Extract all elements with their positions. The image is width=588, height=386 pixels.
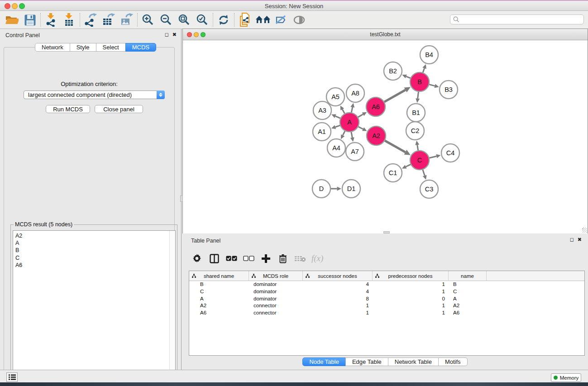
tab-select[interactable]: Select: [96, 43, 126, 52]
graph-node-A1[interactable]: A1: [313, 123, 331, 141]
tab-mcds[interactable]: MCDS: [125, 43, 156, 52]
show-details-button[interactable]: [290, 12, 308, 28]
graph-edge-A-A8[interactable]: [351, 107, 352, 113]
column-header-shared-name[interactable]: shared name: [189, 271, 249, 281]
graph-edge-B-B3[interactable]: [429, 85, 435, 86]
graph-node-A6[interactable]: A6: [366, 97, 385, 116]
graph-node-B[interactable]: B: [410, 72, 429, 91]
mcds-result-item[interactable]: A: [13, 239, 169, 247]
delete-table-button[interactable]: [294, 252, 306, 265]
graph-edge-A-A7[interactable]: [351, 132, 352, 138]
ndex-open-button[interactable]: [254, 12, 272, 28]
graph-node-A8[interactable]: A8: [346, 84, 364, 102]
graph-edge-B-B2[interactable]: [406, 76, 410, 78]
zoom-in-button[interactable]: [139, 12, 157, 28]
graph-node-B1[interactable]: B1: [407, 104, 425, 122]
export-table-button[interactable]: [100, 12, 118, 28]
table-settings-button[interactable]: [191, 252, 203, 265]
graph-edge-A-A2[interactable]: [359, 127, 363, 129]
add-row-button[interactable]: [260, 252, 272, 265]
column-header-predecessor-nodes[interactable]: predecessor nodes: [373, 271, 449, 281]
table-row[interactable]: Cdominator41C: [189, 288, 584, 295]
tab-motifs[interactable]: Motifs: [438, 357, 468, 366]
graph-node-D[interactable]: D: [312, 180, 330, 198]
hide-labels-button[interactable]: [272, 12, 290, 28]
mcds-result-item[interactable]: A2: [13, 232, 169, 239]
table-row[interactable]: Bdominator41B: [189, 281, 584, 288]
show-column-button[interactable]: [208, 252, 220, 265]
graph-node-B4[interactable]: B4: [420, 46, 438, 64]
close-panel-icon[interactable]: ✖: [578, 237, 582, 243]
graph-edge-A2-C[interactable]: [385, 141, 405, 152]
graph-edge-C-C3[interactable]: [423, 170, 425, 176]
graph-node-B2[interactable]: B2: [384, 62, 402, 80]
result-scrollbar[interactable]: [169, 231, 175, 376]
tab-network-table[interactable]: Network Table: [388, 357, 439, 366]
open-session-button[interactable]: [3, 12, 21, 28]
import-table-button[interactable]: [60, 12, 78, 28]
select-all-button[interactable]: [225, 252, 237, 265]
task-history-button[interactable]: [6, 372, 18, 382]
mcds-result-item[interactable]: C: [13, 254, 169, 262]
table-row[interactable]: A6connector11A6: [189, 310, 584, 317]
graph-node-A4[interactable]: A4: [327, 139, 345, 157]
run-mcds-button[interactable]: Run MCDS: [46, 105, 90, 113]
graph-edge-C-C4[interactable]: [429, 156, 436, 158]
network-graph[interactable]: AA1A2A3A4A5A6A7A8BB1B2B3B4CC1C2C3C4DD1: [183, 40, 588, 234]
splitter-grip[interactable]: [383, 231, 390, 234]
graph-node-C2[interactable]: C2: [406, 122, 424, 140]
import-network-button[interactable]: [42, 12, 60, 28]
delete-row-button[interactable]: [277, 252, 289, 265]
close-panel-button[interactable]: Close panel: [95, 105, 143, 113]
graph-node-A7[interactable]: A7: [346, 143, 364, 161]
table-row[interactable]: Adominator80A: [189, 295, 584, 303]
graph-edge-A-A4[interactable]: [343, 131, 345, 135]
graph-node-D1[interactable]: D1: [342, 180, 360, 198]
mcds-result-item[interactable]: B: [13, 247, 169, 254]
tab-style[interactable]: Style: [70, 43, 96, 52]
tab-edge-table[interactable]: Edge Table: [345, 357, 388, 366]
graph-edge-A6-B[interactable]: [384, 90, 406, 102]
save-session-button[interactable]: [21, 12, 39, 28]
graph-node-C3[interactable]: C3: [420, 180, 438, 198]
float-panel-icon[interactable]: ◻: [570, 237, 574, 243]
column-header-successor-nodes[interactable]: successor nodes: [303, 271, 373, 281]
float-panel-icon[interactable]: ◻: [165, 32, 169, 38]
export-network-button[interactable]: [81, 12, 100, 28]
tab-node-table[interactable]: Node Table: [302, 357, 346, 366]
graph-node-A5[interactable]: A5: [326, 88, 344, 106]
graph-node-A[interactable]: A: [340, 113, 359, 132]
memory-button[interactable]: Memory: [551, 373, 581, 382]
search-input[interactable]: [459, 16, 583, 23]
graph-edge-A-A3[interactable]: [335, 116, 340, 119]
zoom-out-button[interactable]: [157, 12, 175, 28]
network-canvas[interactable]: AA1A2A3A4A5A6A7A8BB1B2B3B4CC1C2C3C4DD1: [183, 40, 588, 234]
deselect-all-button[interactable]: [243, 252, 254, 265]
graph-edge-B-B4[interactable]: [423, 68, 424, 73]
graph-edge-A-A5[interactable]: [342, 110, 344, 114]
refresh-button[interactable]: [215, 12, 233, 28]
graph-node-C[interactable]: C: [410, 151, 429, 170]
zoom-selected-button[interactable]: [193, 12, 211, 28]
graph-edge-B-B1[interactable]: [418, 92, 419, 99]
graph-node-C4[interactable]: C4: [441, 144, 459, 162]
graph-edge-C-C2[interactable]: [417, 145, 418, 150]
zoom-fit-button[interactable]: [175, 12, 193, 28]
graph-edge-A-A6[interactable]: [358, 114, 363, 117]
graph-node-A3[interactable]: A3: [313, 101, 331, 119]
graph-edge-C-C1[interactable]: [406, 164, 411, 167]
splitter-grip[interactable]: [180, 195, 183, 202]
close-panel-icon[interactable]: ✖: [172, 32, 177, 38]
resize-grip-icon[interactable]: [582, 228, 587, 233]
graph-edge-A-A1[interactable]: [335, 125, 340, 127]
table-row[interactable]: A2connector11A2: [189, 302, 584, 310]
column-header-mcds-role[interactable]: MCDS role: [249, 271, 303, 281]
mcds-result-item[interactable]: A6: [13, 262, 169, 269]
graph-node-A2[interactable]: A2: [367, 126, 386, 145]
column-header-name[interactable]: name: [449, 271, 487, 281]
graph-node-B3[interactable]: B3: [440, 81, 458, 99]
graph-node-C1[interactable]: C1: [384, 164, 402, 182]
export-image-button[interactable]: [118, 12, 136, 28]
criterion-dropdown[interactable]: largest connected component (directed): [24, 91, 165, 99]
ndex-export-button[interactable]: [236, 12, 254, 28]
